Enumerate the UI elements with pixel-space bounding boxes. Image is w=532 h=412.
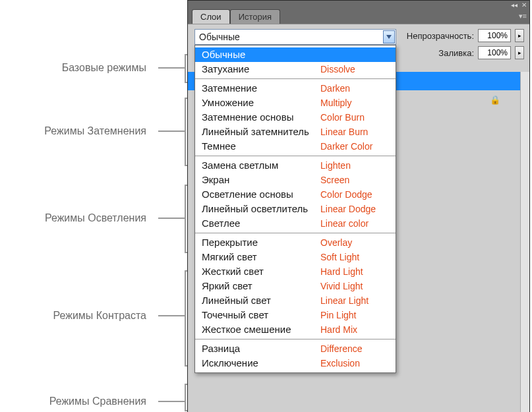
dropdown-section: Замена светлымLightenЭкранScreenОсветлен… <box>195 156 396 233</box>
option-label-en: Darker Color <box>320 140 372 153</box>
option-label-en: Screen <box>320 173 349 187</box>
option-label-ru: Обычные <box>202 48 320 61</box>
blend-mode-option[interactable]: Затемнение основыColor Burn <box>195 110 396 125</box>
connector-line <box>158 218 185 219</box>
blend-mode-option[interactable]: ЗатемнениеDarken <box>195 81 396 96</box>
option-label-ru: Затухание <box>202 63 320 76</box>
annotation-darken: Режимы Затемнения <box>44 125 146 137</box>
blend-mode-option[interactable]: ЗатуханиеDissolve <box>195 62 396 76</box>
dropdown-section: ПерекрытиеOverlayМягкий светSoft LightЖе… <box>195 233 396 339</box>
option-label-ru: Жесткий свет <box>202 265 320 278</box>
option-label-ru: Темнее <box>202 140 320 153</box>
fill-input[interactable] <box>478 46 511 59</box>
option-label-ru: Яркий свет <box>202 280 320 293</box>
blend-mode-option[interactable]: ЭкранScreen <box>195 173 396 187</box>
option-label-ru: Умножение <box>202 96 320 109</box>
blend-mode-option[interactable]: Осветление основыColor Dodge <box>195 187 396 202</box>
opacity-stepper[interactable]: ▸ <box>515 29 524 42</box>
option-label-ru: Линейный затемнитель <box>202 125 320 138</box>
panel-titlebar: ◂◂ ✕ <box>188 1 529 9</box>
fill-stepper[interactable]: ▸ <box>515 46 524 59</box>
option-label-en: Soft Light <box>320 250 359 264</box>
option-label-en: Linear color <box>320 217 369 230</box>
fill-label: Заливка: <box>438 48 474 58</box>
option-label-en: Color Burn <box>320 111 365 124</box>
close-icon[interactable]: ✕ <box>521 1 527 9</box>
panel-menu-icon[interactable]: ▾≡ <box>519 12 527 20</box>
option-label-en: Difference <box>320 342 363 355</box>
tab-layers[interactable]: Слои <box>192 9 230 24</box>
option-label-en: Vivid Light <box>320 280 363 293</box>
dropdown-section: ЗатемнениеDarkenУмножениеMultiplyЗатемне… <box>195 79 396 156</box>
blend-mode-dropdown: ОбычныеЗатуханиеDissolveЗатемнениеDarken… <box>194 45 396 373</box>
option-label-ru: Исключение <box>202 357 320 370</box>
dropdown-section: ОбычныеЗатуханиеDissolve <box>195 45 396 79</box>
collapse-icon[interactable]: ◂◂ <box>511 1 517 9</box>
option-label-ru: Точечный свет <box>202 309 320 322</box>
tab-history[interactable]: История <box>230 9 280 24</box>
opacity-input[interactable] <box>478 29 511 42</box>
option-label-en: Dissolve <box>320 63 355 76</box>
blend-mode-option[interactable]: ИсключениеExclusion <box>195 356 396 370</box>
blend-mode-option[interactable]: Точечный светPin Light <box>195 308 396 322</box>
option-label-en: Hard Light <box>320 265 363 278</box>
blend-mode-option[interactable]: Мягкий светSoft Light <box>195 250 396 264</box>
blend-mode-option[interactable]: ТемнееDarker Color <box>195 139 396 154</box>
layers-panel: ◂◂ ✕ Слои История ▾≡ Непрозрачность: ▸ З… <box>187 0 530 412</box>
option-label-ru: Затемнение основы <box>202 111 320 124</box>
blend-mode-option[interactable]: Яркий светVivid Light <box>195 279 396 293</box>
blend-mode-option[interactable]: Жесткий светHard Light <box>195 264 396 279</box>
chevron-down-icon[interactable] <box>383 30 395 44</box>
option-label-en: Linear Dodge <box>320 202 376 216</box>
option-label-ru: Светлее <box>202 217 320 230</box>
blend-mode-option[interactable]: Линейный светLinear Light <box>195 293 396 308</box>
option-label-en: Overlay <box>320 236 352 249</box>
blend-mode-combo: Обычные ОбычныеЗатуханиеDissolveЗатемнен… <box>194 29 396 45</box>
blend-mode-option[interactable]: УмножениеMultiply <box>195 96 396 110</box>
opacity-label: Непрозрачность: <box>407 31 474 41</box>
option-label-ru: Экран <box>202 173 320 187</box>
blend-mode-option[interactable]: РазницаDifference <box>195 341 396 356</box>
option-label-en: Hard Mix <box>320 323 357 336</box>
option-label-en: Exclusion <box>320 357 360 370</box>
option-label-en: Pin Light <box>320 309 356 322</box>
option-label-en: Linear Burn <box>320 125 368 138</box>
scrollbar[interactable] <box>520 72 529 412</box>
connector-line <box>158 401 185 402</box>
annotation-compare: Режимы Сравнения <box>49 396 146 407</box>
option-label-ru: Линейный свет <box>202 294 320 307</box>
blend-mode-option[interactable]: Замена светлымLighten <box>195 158 396 173</box>
blend-mode-option[interactable]: Жесткое смешениеHard Mix <box>195 322 396 337</box>
lock-icon: 🔒 <box>490 95 500 105</box>
option-label-en: Linear Light <box>320 294 369 307</box>
svg-marker-0 <box>386 35 392 39</box>
option-label-ru: Замена светлым <box>202 159 320 172</box>
panel-body: Непрозрачность: ▸ Заливка: ▸ 🔒 Обычные <box>188 24 529 412</box>
option-label-en: Darken <box>320 82 350 95</box>
blend-mode-option[interactable]: Линейный затемнительLinear Burn <box>195 125 396 139</box>
blend-mode-option[interactable]: Линейный осветлительLinear Dodge <box>195 202 396 216</box>
blend-mode-option[interactable]: СветлееLinear color <box>195 216 396 231</box>
connector-line <box>158 67 185 69</box>
option-label-en: Lighten <box>320 159 351 172</box>
option-label-ru: Перекрытие <box>202 236 320 249</box>
annotation-contrast: Режимы Контраста <box>53 310 147 322</box>
option-label-ru: Жесткое смешение <box>202 323 320 336</box>
option-label-ru: Затемнение <box>202 82 320 95</box>
option-label-en: Color Dodge <box>320 188 372 201</box>
blend-mode-select[interactable]: Обычные <box>194 29 396 45</box>
blend-mode-option[interactable]: ПерекрытиеOverlay <box>195 235 396 250</box>
blend-mode-option[interactable]: Обычные <box>195 47 396 62</box>
annotation-lighten: Режимы Осветления <box>45 212 146 224</box>
tab-bar: Слои История ▾≡ <box>188 9 529 24</box>
option-label-ru: Осветление основы <box>202 188 320 201</box>
option-label-ru: Мягкий свет <box>202 250 320 264</box>
blend-mode-value: Обычные <box>199 32 240 42</box>
option-label-ru: Разница <box>202 342 320 355</box>
connector-line <box>158 131 185 132</box>
connector-line <box>158 315 185 316</box>
dropdown-section: РазницаDifferenceИсключениеExclusion <box>195 339 396 372</box>
option-label-ru: Линейный осветлитель <box>202 202 320 216</box>
option-label-en: Multiply <box>320 96 351 109</box>
annotation-base: Базовые режимы <box>62 62 146 74</box>
